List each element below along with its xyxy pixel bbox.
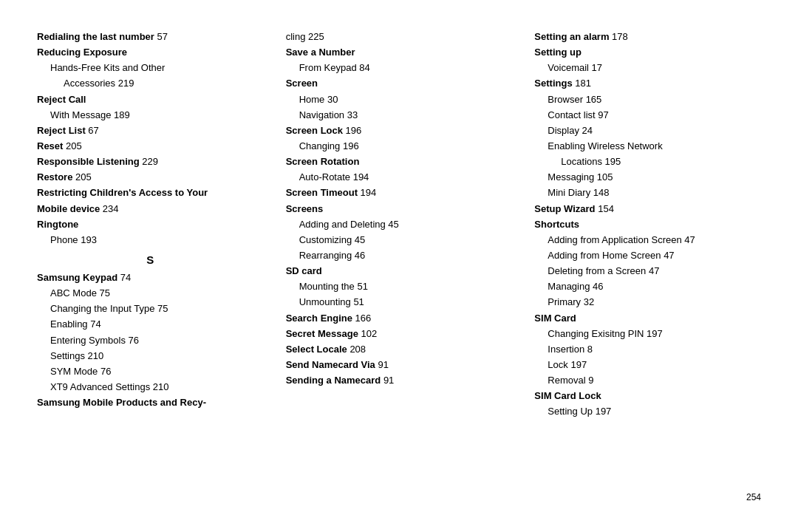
- list-item: Home 30: [286, 92, 513, 107]
- entry-bold-text: Setting an alarm: [534, 31, 609, 42]
- list-item: Changing the Input Type 75: [37, 301, 264, 316]
- list-item: Navigation 33: [286, 108, 513, 123]
- entry-page-ref: 181: [573, 78, 591, 89]
- list-item: Search Engine 166: [286, 311, 513, 326]
- entry-bold-text: Samsung Keypad: [37, 272, 117, 283]
- list-item: Rearranging 46: [286, 248, 513, 263]
- entry-page-ref: 205: [72, 171, 91, 183]
- entry-bold-text: Reject Call: [37, 94, 86, 105]
- entry-bold-text: Secret Message: [286, 328, 358, 339]
- list-item: Screens: [286, 202, 513, 216]
- entry-page-ref: 102: [358, 328, 377, 339]
- list-item: SIM Card: [534, 311, 761, 326]
- entry-page-ref: 194: [358, 187, 376, 198]
- list-item: Samsung Mobile Products and Recy-: [37, 395, 264, 410]
- list-item: Browser 165: [534, 92, 761, 107]
- list-item: cling 225: [286, 30, 513, 44]
- list-item: Setting an alarm 178: [534, 30, 761, 44]
- list-item: Reject List 67: [37, 123, 264, 138]
- entry-bold-text: SD card: [286, 265, 322, 276]
- entry-page-ref: 154: [596, 203, 614, 214]
- list-item: Phone 193: [37, 233, 264, 248]
- list-item: S: [37, 253, 264, 266]
- list-item: SIM Card Lock: [534, 389, 761, 403]
- entry-bold-text: Redialing the last number: [37, 31, 154, 42]
- list-item: Screen Rotation: [286, 154, 513, 169]
- list-item: Restore 205: [37, 170, 264, 185]
- list-item: Reject Call: [37, 92, 264, 107]
- column-3: Setting an alarm 178Setting upVoicemail …: [534, 30, 761, 485]
- list-item: Deleting from a Screen 47: [534, 264, 761, 279]
- list-item: Setting up: [534, 45, 761, 60]
- list-item: Voicemail 17: [534, 61, 761, 75]
- list-item: Screen Lock 196: [286, 123, 513, 138]
- list-item: Enabling 74: [37, 317, 264, 332]
- list-item: XT9 Advanced Settings 210: [37, 380, 264, 395]
- entry-page-ref: 91: [381, 375, 394, 386]
- list-item: Send Namecard Via 91: [286, 358, 513, 372]
- entry-page-ref: 166: [352, 313, 371, 324]
- entry-page-ref: 205: [63, 140, 81, 151]
- entry-bold-text: Screen: [286, 78, 318, 89]
- entry-page-ref: 57: [154, 31, 168, 42]
- entry-bold-text: Restricting Children's Access to Your: [37, 187, 208, 198]
- list-item: Entering Symbols 76: [37, 333, 264, 348]
- list-item: Contact list 97: [534, 108, 761, 123]
- entry-bold-text: Shortcuts: [534, 219, 579, 230]
- list-item: Unmounting 51: [286, 295, 513, 310]
- entry-bold-text: SIM Card Lock: [534, 390, 601, 401]
- list-item: Setting Up 197: [534, 404, 761, 419]
- list-item: With Message 189: [37, 108, 264, 123]
- list-item: ABC Mode 75: [37, 286, 264, 301]
- entry-bold-text: Restore: [37, 171, 72, 183]
- entry-page-ref: 234: [100, 203, 118, 214]
- entry-bold-text: Send Namecard Via: [286, 359, 375, 370]
- list-item: Insertion 8: [534, 342, 761, 357]
- entry-page-ref: 229: [140, 156, 158, 167]
- list-item: Changing 196: [286, 139, 513, 154]
- entry-bold-text: Search Engine: [286, 313, 352, 324]
- list-item: Mobile device 234: [37, 202, 264, 216]
- entry-bold-text: Ringtone: [37, 219, 78, 230]
- list-item: Primary 32: [534, 295, 761, 310]
- list-item: Secret Message 102: [286, 327, 513, 341]
- list-item: Restricting Children's Access to Your: [37, 185, 264, 200]
- entry-page-ref: 67: [86, 125, 99, 136]
- entry-bold-text: Sending a Namecard: [286, 375, 381, 386]
- list-item: From Keypad 84: [286, 61, 513, 75]
- list-item: Locations 195: [534, 154, 761, 169]
- entry-bold-text: Screen Rotation: [286, 156, 360, 167]
- list-item: Mini Diary 148: [534, 185, 761, 200]
- list-item: Reducing Exposure: [37, 45, 264, 60]
- entry-page-ref: 91: [375, 359, 389, 370]
- list-item: Mounting the 51: [286, 279, 513, 294]
- entry-bold-text: Screen Timeout: [286, 187, 358, 198]
- entry-bold-text: Screen Lock: [286, 125, 343, 136]
- list-item: Samsung Keypad 74: [37, 270, 264, 285]
- list-item: Settings 210: [37, 349, 264, 364]
- index-columns: Redialing the last number 57Reducing Exp…: [37, 30, 761, 485]
- page-number: 254: [37, 492, 761, 502]
- list-item: Removal 9: [534, 373, 761, 388]
- entry-bold-text: Setup Wizard: [534, 203, 595, 214]
- entry-page-ref: 196: [343, 125, 361, 136]
- list-item: Customizing 45: [286, 233, 513, 248]
- column-2: cling 225Save a NumberFrom Keypad 84Scre…: [286, 30, 535, 485]
- entry-bold-text: Reject List: [37, 125, 86, 136]
- entry-page-ref: 74: [117, 272, 131, 283]
- column-1: Redialing the last number 57Reducing Exp…: [37, 30, 286, 485]
- list-item: Managing 46: [534, 279, 761, 294]
- entry-bold-text: Settings: [534, 78, 572, 89]
- list-item: Redialing the last number 57: [37, 30, 264, 44]
- entry-bold-text: Reset: [37, 140, 63, 151]
- entry-bold-text: Reducing Exposure: [37, 47, 127, 58]
- entry-bold-text: Responsible Listening: [37, 156, 140, 167]
- list-item: Sending a Namecard 91: [286, 373, 513, 388]
- entry-bold-text: SIM Card: [534, 313, 576, 324]
- page: Redialing the last number 57Reducing Exp…: [0, 0, 798, 532]
- list-item: Enabling Wireless Network: [534, 139, 761, 154]
- list-item: Hands-Free Kits and Other: [37, 61, 264, 75]
- list-item: Lock 197: [534, 358, 761, 372]
- list-item: Responsible Listening 229: [37, 154, 264, 169]
- entry-bold-text: Screens: [286, 203, 324, 214]
